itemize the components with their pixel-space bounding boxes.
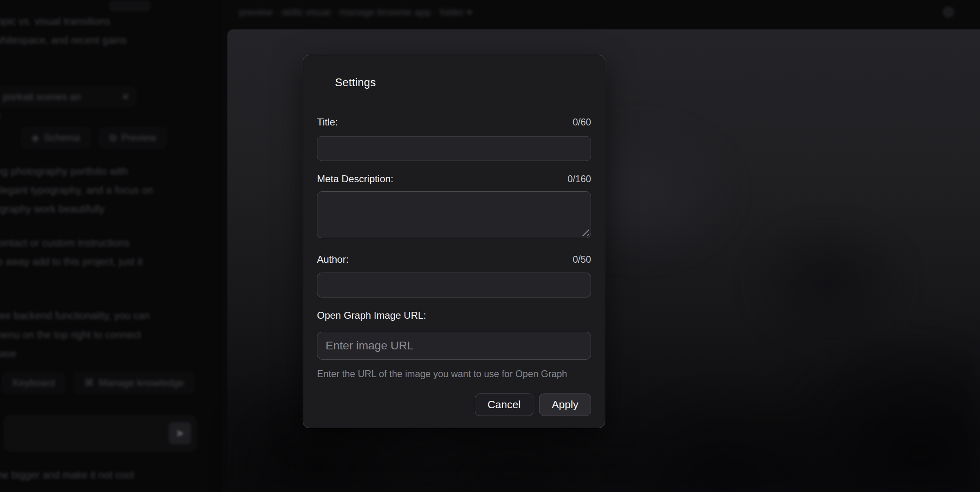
author-char-counter: 0/50 <box>573 254 591 265</box>
preview-icon: ⧉ <box>110 132 117 143</box>
sidebar-blurred-text: ography work beautifully <box>0 203 105 215</box>
meta-description-label: Meta Description: <box>317 173 393 185</box>
cancel-button[interactable]: Cancel <box>475 394 533 416</box>
sidebar-blurred-text: to away add to this project, just it <box>0 256 143 268</box>
meta-description-textarea[interactable] <box>317 191 591 238</box>
sidebar-blurred-text: topic vs. visual transitions <box>0 16 110 27</box>
sidebar-blurred-text: the bigger and make it not cool <box>0 469 134 481</box>
sidebar-blurred-text: whitespace, and recent gains <box>0 34 127 46</box>
knowledge-icon: ⌘ <box>84 377 94 389</box>
sidebar-blurred-text: menu on the top right to connect <box>0 329 141 341</box>
keyboard-button-label: Keyboard <box>13 377 55 389</box>
dialog-button-row: Cancel Apply <box>317 394 591 416</box>
og-image-url-label: Open Graph Image URL: <box>317 310 426 321</box>
schema-chip: ◈ Schema <box>21 127 90 148</box>
sidebar-tab-blurred <box>110 1 151 11</box>
topbar: preview · skills visual · manage brownie… <box>227 0 980 29</box>
settings-dialog: Settings Title: 0/60 Meta Description: 0… <box>303 55 605 428</box>
og-image-helper-text: Enter the URL of the image you want to u… <box>317 369 591 380</box>
author-field-header: Author: 0/50 <box>317 254 591 265</box>
sidebar-blurred-text: contact or custom instructions <box>0 237 130 249</box>
author-label: Author: <box>317 254 348 265</box>
sidebar: topic vs. visual transitions whitespace,… <box>0 0 221 492</box>
sidebar-chip-row: ◈ Schema ⧉ Preview <box>21 127 166 148</box>
meta-description-textarea-wrap <box>317 191 591 238</box>
title-field-header: Title: 0/60 <box>317 116 591 128</box>
manage-knowledge-button: ⌘ Manage knowledge <box>74 373 194 393</box>
sidebar-blurred-text: base <box>0 348 16 360</box>
og-image-url-input[interactable] <box>317 332 591 360</box>
preview-chip-label: Preview <box>121 132 156 143</box>
chat-composer: ➤ <box>4 415 196 451</box>
title-label: Title: <box>317 116 338 128</box>
app-window: topic vs. visual transitions whitespace,… <box>0 0 980 492</box>
apply-button[interactable]: Apply <box>539 394 591 416</box>
schema-icon: ◈ <box>31 132 39 143</box>
gear-icon: ⚙ <box>942 4 955 20</box>
keyboard-button: Keyboard <box>2 373 65 393</box>
sidebar-blurred-text: ing photography portfolio with <box>0 165 128 177</box>
send-icon: ➤ <box>175 427 184 440</box>
sidebar-pill-label: portrait scenes an <box>3 91 81 103</box>
sidebar-dismiss-pill: portrait scenes an ✕ <box>0 87 136 107</box>
manage-knowledge-label: Manage knowledge <box>99 377 184 389</box>
author-input[interactable] <box>317 273 591 297</box>
meta-description-char-counter: 0/160 <box>567 174 591 185</box>
og-image-field-header: Open Graph Image URL: <box>317 310 591 321</box>
close-icon: ✕ <box>121 91 130 103</box>
send-button: ➤ <box>169 422 191 444</box>
sidebar-blurred-text: elegant typography, and a focus on <box>0 184 153 196</box>
dialog-title: Settings <box>335 76 591 89</box>
breadcrumb: preview · skills visual · manage brownie… <box>239 7 472 18</box>
sidebar-blurred-text: see backend functionality, you can <box>0 310 150 322</box>
meta-description-field-header: Meta Description: 0/160 <box>317 173 591 185</box>
sidebar-action-row: Keyboard ⌘ Manage knowledge <box>2 373 194 393</box>
preview-chip: ⧉ Preview <box>99 127 167 148</box>
schema-chip-label: Schema <box>44 132 80 143</box>
title-char-counter: 0/60 <box>573 117 591 128</box>
title-input[interactable] <box>317 136 591 161</box>
divider <box>317 99 591 99</box>
